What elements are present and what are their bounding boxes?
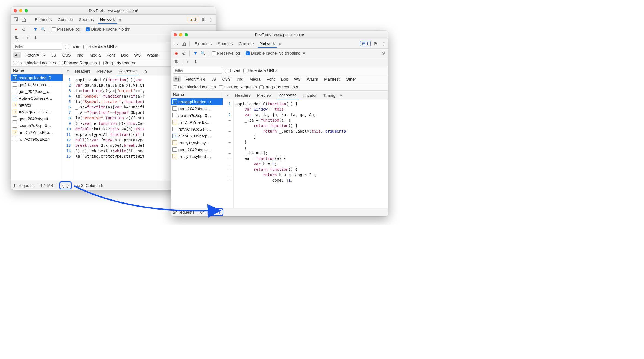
tab-elements[interactable]: Elements [33,16,54,23]
network-conditions-icon[interactable] [13,35,19,41]
request-row[interactable]: ⟨⟩A6DkqFxHDGl7… [11,108,63,115]
settings-icon[interactable]: ⚙ [200,17,206,23]
tab-network[interactable]: Network [258,39,277,48]
warnings-badge[interactable]: ▲ 2 [188,17,198,22]
request-row[interactable]: ⟨⟩m=DhPYme,Ek… [171,119,223,126]
name-column-header[interactable]: Name [11,67,63,74]
invert-check[interactable]: Invert [65,44,81,49]
chip-css[interactable]: CSS [221,76,232,82]
chip-doc[interactable]: Doc [279,76,290,82]
throttling-select[interactable]: No throttling ▾ [278,51,305,56]
request-row[interactable]: search?q&cp=0… [171,112,223,119]
tab-sources[interactable]: Sources [77,16,96,23]
request-row[interactable]: ⟨⟩cb=gapi.loaded_0 [171,98,223,105]
chip-js[interactable]: JS [210,76,218,82]
blocked-requests-check[interactable]: Blocked Requests [219,84,257,89]
preserve-log-check[interactable]: Preserve log [212,51,240,56]
request-row[interactable]: ≡RotateCookiesP… [11,95,63,102]
device-icon[interactable] [21,17,27,23]
settings-icon[interactable]: ⚙ [372,41,378,47]
third-party-check[interactable]: 3rd-party requests [259,84,298,89]
maximize-window[interactable] [25,9,28,12]
chip-all[interactable]: All [173,76,181,82]
chip-all[interactable]: All [13,52,21,58]
request-row[interactable]: gen_204?use_c… [11,88,63,95]
request-row[interactable]: rs=ACT90oGsT… [171,126,223,133]
search-icon[interactable]: 🔍 [40,26,46,32]
chip-img[interactable]: Img [75,52,85,58]
messages-badge[interactable]: ▤ 1 [360,41,371,46]
more-tabs-icon[interactable]: » [279,41,281,46]
chip-wasm[interactable]: Wasm [145,52,160,58]
network-conditions-icon[interactable] [173,59,179,65]
request-row[interactable]: rs=ACT90oEKZ4 [11,136,63,143]
request-row[interactable]: ⟨⟩m=sy6s,sy6t,aL… [171,153,223,160]
detail-tab-response[interactable]: Response [276,91,299,99]
kebab-icon[interactable]: ⋮ [208,17,214,23]
hide-data-urls-check[interactable]: Hide data URLs [83,44,118,49]
request-row[interactable]: gen_204?atyp=i… [11,115,63,122]
chip-doc[interactable]: Doc [119,52,130,58]
blocked-cookies-check[interactable]: Has blocked cookies [173,84,216,89]
chip-ws[interactable]: WS [292,76,302,82]
chip-img[interactable]: Img [235,76,245,82]
request-row[interactable]: ▢client_204?atyp… [171,133,223,139]
more-tabs-icon[interactable]: » [119,17,121,22]
name-column-header[interactable]: Name [171,91,223,98]
more-detail-tabs-icon[interactable]: » [340,93,342,98]
filter-input[interactable] [13,43,62,50]
download-har-icon[interactable]: ⬇ [192,59,198,65]
request-row[interactable]: gen_204?atyp=i… [171,146,223,153]
request-row[interactable]: ⟨⟩cb=gapi.loaded_0 [11,74,63,81]
minimize-window[interactable] [19,9,22,12]
disable-cache-check[interactable]: Disable cache [86,27,117,32]
detail-tab-preview[interactable]: Preview [255,91,274,99]
chip-wasm[interactable]: Wasm [305,76,320,82]
chip-css[interactable]: CSS [61,52,72,58]
request-row[interactable]: ⟨⟩m=hfcr [11,102,63,108]
blocked-requests-check[interactable]: Blocked Requests [59,60,97,65]
detail-tab-preview[interactable]: Preview [95,67,114,75]
chip-manifest[interactable]: Manifest [323,76,341,82]
detail-tab-headers[interactable]: Headers [73,67,93,75]
pretty-print-button[interactable]: { } [210,208,223,216]
request-row[interactable]: search?q&cp=0… [11,122,63,129]
tab-console[interactable]: Console [56,16,75,23]
detail-tab-response[interactable]: Response [116,67,139,75]
minimize-window[interactable] [179,33,182,36]
chip-fetch[interactable]: Fetch/XHR [24,52,47,58]
chip-fetch[interactable]: Fetch/XHR [184,76,207,82]
record-icon[interactable]: ◉ [173,50,179,56]
detail-tab-initiator[interactable]: In [141,67,149,75]
clear-icon[interactable]: ⊘ [181,50,187,56]
close-window[interactable] [174,33,177,36]
download-har-icon[interactable]: ⬇ [33,35,39,41]
disable-cache-check[interactable]: Disable cache [246,51,277,56]
clear-icon[interactable]: ⊘ [21,26,27,32]
pretty-print-button[interactable]: { } [59,181,72,189]
detail-tab-timing[interactable]: Timing [321,91,338,99]
maximize-window[interactable] [185,33,188,36]
inspect-icon[interactable] [173,41,179,47]
tab-elements[interactable]: Elements [192,40,214,48]
tab-network[interactable]: Network [98,15,117,24]
chip-media[interactable]: Media [88,52,102,58]
request-row[interactable]: ⟨⟩m=DhPYme,Eke… [11,129,63,136]
chip-font[interactable]: Font [105,52,116,58]
close-window[interactable] [14,9,17,12]
chip-js[interactable]: JS [50,52,58,58]
request-row[interactable]: gen_204?atyp=i… [171,105,223,112]
detail-tab-headers[interactable]: Headers [233,91,253,99]
kebab-icon[interactable]: ⋮ [380,41,386,47]
filter-icon[interactable]: ▼ [192,50,198,56]
upload-har-icon[interactable]: ⬆ [25,35,31,41]
chip-media[interactable]: Media [248,76,262,82]
invert-check[interactable]: Invert [225,68,241,73]
device-icon[interactable] [181,41,187,47]
search-icon[interactable]: 🔍 [200,50,206,56]
tab-console[interactable]: Console [237,40,256,48]
filter-input[interactable] [173,67,222,74]
hide-data-urls-check[interactable]: Hide data URLs [243,68,277,73]
chip-font[interactable]: Font [265,76,276,82]
blocked-cookies-check[interactable]: Has blocked cookies [13,60,56,65]
